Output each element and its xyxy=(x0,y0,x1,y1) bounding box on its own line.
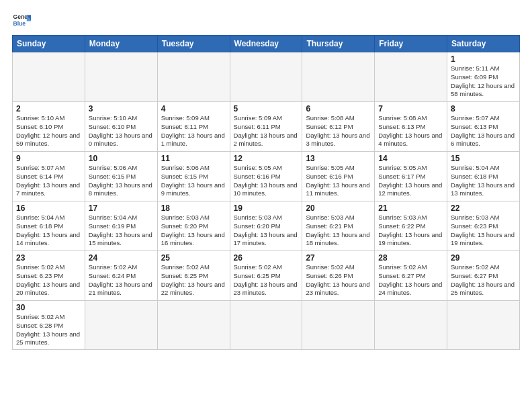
calendar-cell: 15Sunrise: 5:04 AM Sunset: 6:18 PM Dayli… xyxy=(447,152,520,201)
calendar-cell: 12Sunrise: 5:05 AM Sunset: 6:16 PM Dayli… xyxy=(230,152,302,201)
day-number: 24 xyxy=(89,253,154,263)
day-info: Sunrise: 5:02 AM Sunset: 6:28 PM Dayligh… xyxy=(16,313,81,347)
day-info: Sunrise: 5:10 AM Sunset: 6:10 PM Dayligh… xyxy=(89,114,154,148)
calendar-cell: 1Sunrise: 5:11 AM Sunset: 6:09 PM Daylig… xyxy=(447,52,520,102)
day-number: 17 xyxy=(89,203,154,213)
calendar-cell: 3Sunrise: 5:10 AM Sunset: 6:10 PM Daylig… xyxy=(85,102,157,152)
calendar-cell: 23Sunrise: 5:02 AM Sunset: 6:23 PM Dayli… xyxy=(13,251,85,301)
calendar-cell: 21Sunrise: 5:03 AM Sunset: 6:22 PM Dayli… xyxy=(375,201,447,251)
day-number: 10 xyxy=(89,154,154,163)
day-number: 12 xyxy=(234,154,299,163)
day-number: 19 xyxy=(234,203,299,213)
day-info: Sunrise: 5:09 AM Sunset: 6:11 PM Dayligh… xyxy=(234,114,299,148)
weekday-header-monday: Monday xyxy=(85,36,157,52)
calendar-cell: 19Sunrise: 5:03 AM Sunset: 6:20 PM Dayli… xyxy=(230,201,302,251)
calendar-cell: 28Sunrise: 5:02 AM Sunset: 6:27 PM Dayli… xyxy=(375,251,447,301)
day-number: 25 xyxy=(161,253,226,263)
week-row-2: 2Sunrise: 5:10 AM Sunset: 6:10 PM Daylig… xyxy=(13,102,520,152)
day-info: Sunrise: 5:06 AM Sunset: 6:15 PM Dayligh… xyxy=(161,164,226,198)
day-info: Sunrise: 5:02 AM Sunset: 6:27 PM Dayligh… xyxy=(378,263,443,298)
calendar-cell xyxy=(375,301,447,350)
day-number: 1 xyxy=(451,54,516,64)
day-info: Sunrise: 5:02 AM Sunset: 6:26 PM Dayligh… xyxy=(306,263,371,298)
calendar-cell: 11Sunrise: 5:06 AM Sunset: 6:15 PM Dayli… xyxy=(157,152,230,201)
day-number: 11 xyxy=(161,154,226,163)
week-row-3: 9Sunrise: 5:07 AM Sunset: 6:14 PM Daylig… xyxy=(13,152,520,201)
day-info: Sunrise: 5:02 AM Sunset: 6:25 PM Dayligh… xyxy=(161,263,226,298)
day-info: Sunrise: 5:04 AM Sunset: 6:18 PM Dayligh… xyxy=(16,214,81,248)
week-row-5: 23Sunrise: 5:02 AM Sunset: 6:23 PM Dayli… xyxy=(13,251,520,301)
day-number: 21 xyxy=(378,203,443,213)
calendar-cell xyxy=(447,301,520,350)
calendar-cell: 16Sunrise: 5:04 AM Sunset: 6:18 PM Dayli… xyxy=(13,201,85,251)
calendar-cell: 30Sunrise: 5:02 AM Sunset: 6:28 PM Dayli… xyxy=(13,301,85,350)
logo-icon: General Blue xyxy=(12,11,31,30)
calendar-cell xyxy=(85,301,157,350)
day-info: Sunrise: 5:03 AM Sunset: 6:23 PM Dayligh… xyxy=(451,214,516,248)
day-number: 20 xyxy=(306,203,371,213)
calendar-cell: 25Sunrise: 5:02 AM Sunset: 6:25 PM Dayli… xyxy=(157,251,230,301)
day-number: 30 xyxy=(16,303,81,312)
svg-text:Blue: Blue xyxy=(13,20,26,27)
day-number: 7 xyxy=(378,104,443,113)
day-info: Sunrise: 5:09 AM Sunset: 6:11 PM Dayligh… xyxy=(161,114,226,148)
day-info: Sunrise: 5:08 AM Sunset: 6:13 PM Dayligh… xyxy=(378,114,443,148)
calendar-cell xyxy=(302,52,375,102)
day-info: Sunrise: 5:03 AM Sunset: 6:21 PM Dayligh… xyxy=(306,214,371,248)
calendar-cell: 24Sunrise: 5:02 AM Sunset: 6:24 PM Dayli… xyxy=(85,251,157,301)
weekday-header-row: SundayMondayTuesdayWednesdayThursdayFrid… xyxy=(13,36,520,52)
calendar-cell xyxy=(157,301,230,350)
day-info: Sunrise: 5:03 AM Sunset: 6:22 PM Dayligh… xyxy=(378,214,443,248)
day-number: 6 xyxy=(306,104,371,113)
calendar-cell xyxy=(375,52,447,102)
calendar-cell: 14Sunrise: 5:05 AM Sunset: 6:17 PM Dayli… xyxy=(375,152,447,201)
day-info: Sunrise: 5:08 AM Sunset: 6:12 PM Dayligh… xyxy=(306,114,371,148)
day-number: 16 xyxy=(16,203,81,213)
day-info: Sunrise: 5:06 AM Sunset: 6:15 PM Dayligh… xyxy=(89,164,154,198)
day-info: Sunrise: 5:10 AM Sunset: 6:10 PM Dayligh… xyxy=(16,114,81,148)
day-number: 28 xyxy=(378,253,443,263)
day-info: Sunrise: 5:04 AM Sunset: 6:19 PM Dayligh… xyxy=(89,214,154,248)
day-number: 13 xyxy=(306,154,371,163)
calendar-cell: 13Sunrise: 5:05 AM Sunset: 6:16 PM Dayli… xyxy=(302,152,375,201)
day-number: 18 xyxy=(161,203,226,213)
calendar: SundayMondayTuesdayWednesdayThursdayFrid… xyxy=(12,35,520,350)
day-info: Sunrise: 5:02 AM Sunset: 6:24 PM Dayligh… xyxy=(89,263,154,298)
day-number: 4 xyxy=(161,104,226,113)
calendar-cell: 2Sunrise: 5:10 AM Sunset: 6:10 PM Daylig… xyxy=(13,102,85,152)
weekday-header-friday: Friday xyxy=(375,36,447,52)
day-info: Sunrise: 5:05 AM Sunset: 6:17 PM Dayligh… xyxy=(378,164,443,198)
day-number: 3 xyxy=(89,104,154,113)
calendar-cell: 18Sunrise: 5:03 AM Sunset: 6:20 PM Dayli… xyxy=(157,201,230,251)
day-number: 22 xyxy=(451,203,516,213)
day-number: 15 xyxy=(451,154,516,163)
calendar-cell xyxy=(302,301,375,350)
weekday-header-thursday: Thursday xyxy=(302,36,375,52)
day-number: 2 xyxy=(16,104,81,113)
day-info: Sunrise: 5:03 AM Sunset: 6:20 PM Dayligh… xyxy=(161,214,226,248)
header: General Blue xyxy=(12,11,520,30)
calendar-cell: 22Sunrise: 5:03 AM Sunset: 6:23 PM Dayli… xyxy=(447,201,520,251)
calendar-cell: 10Sunrise: 5:06 AM Sunset: 6:15 PM Dayli… xyxy=(85,152,157,201)
day-info: Sunrise: 5:02 AM Sunset: 6:25 PM Dayligh… xyxy=(234,263,299,298)
day-number: 27 xyxy=(306,253,371,263)
calendar-cell: 27Sunrise: 5:02 AM Sunset: 6:26 PM Dayli… xyxy=(302,251,375,301)
day-number: 8 xyxy=(451,104,516,113)
calendar-cell: 17Sunrise: 5:04 AM Sunset: 6:19 PM Dayli… xyxy=(85,201,157,251)
weekday-header-wednesday: Wednesday xyxy=(230,36,302,52)
calendar-cell: 7Sunrise: 5:08 AM Sunset: 6:13 PM Daylig… xyxy=(375,102,447,152)
day-number: 26 xyxy=(234,253,299,263)
day-info: Sunrise: 5:03 AM Sunset: 6:20 PM Dayligh… xyxy=(234,214,299,248)
weekday-header-tuesday: Tuesday xyxy=(157,36,230,52)
calendar-cell xyxy=(230,52,302,102)
day-info: Sunrise: 5:02 AM Sunset: 6:27 PM Dayligh… xyxy=(451,263,516,298)
week-row-6: 30Sunrise: 5:02 AM Sunset: 6:28 PM Dayli… xyxy=(13,301,520,350)
calendar-cell: 26Sunrise: 5:02 AM Sunset: 6:25 PM Dayli… xyxy=(230,251,302,301)
day-info: Sunrise: 5:05 AM Sunset: 6:16 PM Dayligh… xyxy=(306,164,371,198)
calendar-cell xyxy=(85,52,157,102)
week-row-1: 1Sunrise: 5:11 AM Sunset: 6:09 PM Daylig… xyxy=(13,52,520,102)
day-number: 14 xyxy=(378,154,443,163)
page: General Blue SundayMondayTuesdayWednesda… xyxy=(0,0,532,411)
day-number: 23 xyxy=(16,253,81,263)
day-info: Sunrise: 5:07 AM Sunset: 6:13 PM Dayligh… xyxy=(451,114,516,148)
